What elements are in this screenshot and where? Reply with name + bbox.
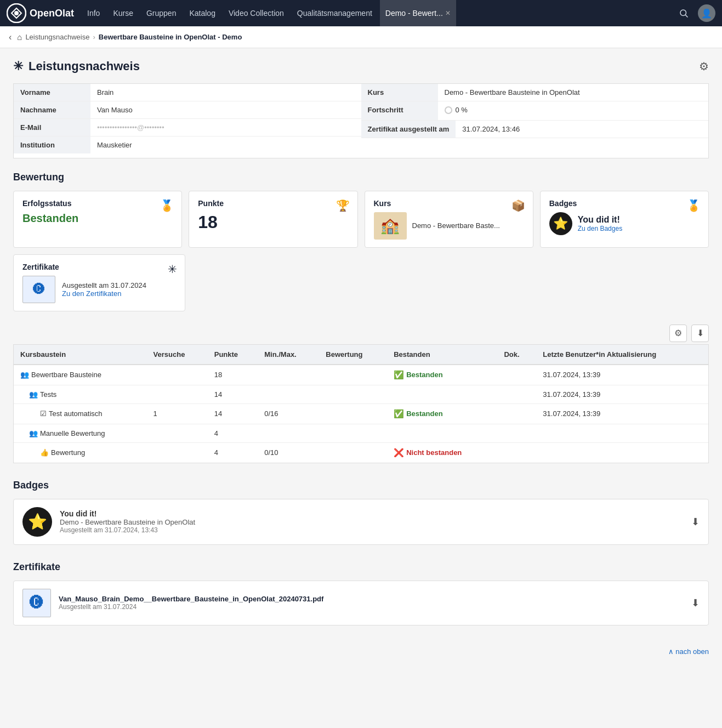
breadcrumb-separator: › [93, 33, 95, 41]
cell-bewertung [319, 424, 387, 442]
cell-dok [497, 424, 536, 442]
breadcrumb-back-button[interactable]: ‹ [9, 32, 12, 42]
badge-sub[interactable]: Zu den Badges [578, 225, 622, 232]
fortschritt-label: Fortschritt [361, 101, 438, 120]
cell-punkte: 14 [208, 385, 258, 403]
avatar[interactable]: 👤 [698, 4, 715, 22]
nav-item-video[interactable]: Video Collection [223, 0, 289, 26]
info-row-institution: Institution Mausketier [14, 136, 361, 153]
badge-item-issued: Ausgestellt am 31.07.2024, 13:43 [60, 526, 684, 534]
home-icon[interactable]: ⌂ [17, 32, 22, 42]
svg-line-3 [685, 15, 687, 17]
zertifikat-label: Zertifikat ausgestellt am [361, 121, 456, 138]
cell-dok [497, 385, 536, 403]
cell-name: 👍Bewertung [14, 442, 147, 463]
badge-download-button[interactable]: ⬇ [691, 516, 700, 528]
cell-min-max: 0/16 [258, 403, 319, 424]
table-settings-button[interactable]: ⚙ [669, 325, 687, 342]
zertifikate-section-title: Zertifikate [13, 561, 709, 573]
back-to-top-button[interactable]: ∧ nach oben [13, 642, 709, 661]
cell-aktualisierung: 31.07.2024, 13:39 [536, 365, 708, 385]
nav-item-info[interactable]: Info [82, 0, 105, 26]
nav-item-kurse[interactable]: Kurse [107, 0, 139, 26]
table-row: 👥Bewertbare Bausteine 18 ✅Bestanden 31.0… [14, 365, 708, 385]
cell-name: 👥Bewertbare Bausteine [14, 365, 147, 385]
breadcrumb: ‹ ⌂ Leistungsnachweise › Bewertbare Baus… [0, 26, 722, 48]
zert-file-item: 🅒 Van_Mauso_Brain_Demo__Bewertbare_Baust… [13, 581, 709, 625]
badge-star: ⭐ [549, 212, 572, 235]
info-row-email: E-Mail ••••••••••••••••@•••••••• [14, 119, 361, 136]
badge-label: You did it! [578, 215, 622, 225]
col-bewertung: Bewertung [319, 345, 387, 365]
cell-dok [497, 365, 536, 385]
punkte-icon: 🏆 [336, 199, 350, 212]
badges-section-title: Badges [13, 480, 709, 491]
col-bestanden: Bestanden [387, 345, 497, 365]
cell-bestanden: ❌Nicht bestanden [387, 442, 497, 463]
page-title: ✳ Leistungsnachweis [13, 59, 140, 73]
cell-aktualisierung: 31.07.2024, 13:39 [536, 385, 708, 403]
nav-item-demo[interactable]: Demo - Bewert... ✕ [380, 0, 456, 26]
cell-bewertung [319, 365, 387, 385]
card-punkte-title: Punkte [198, 199, 348, 208]
cell-aktualisierung [536, 424, 708, 442]
cell-min-max: 0/10 [258, 442, 319, 463]
table-row: 👥Tests 14 31.07.2024, 13:39 [14, 385, 708, 403]
nav-item-katalog[interactable]: Katalog [184, 0, 220, 26]
badges-card-icon: 🏅 [687, 199, 701, 212]
page-settings-icon[interactable]: ⚙ [699, 60, 709, 73]
card-erfolgsstatus: Erfolgsstatus 🏅 Bestanden [13, 191, 182, 248]
cards-row: Erfolgsstatus 🏅 Bestanden Punkte 🏆 18 Ku… [13, 191, 709, 248]
nachname-value: Van Mauso [90, 101, 361, 118]
zert-card-content: 🅒 Ausgestellt am 31.07.2024 Zu den Zerti… [22, 276, 176, 303]
cell-versuche [147, 442, 208, 463]
col-dok: Dok. [497, 345, 536, 365]
breadcrumb-current: Bewertbare Bausteine in OpenOlat - Demo [99, 33, 242, 41]
info-row-vorname: Vorname Brain [14, 84, 361, 101]
table-body: 👥Bewertbare Bausteine 18 ✅Bestanden 31.0… [14, 365, 708, 463]
email-value: ••••••••••••••••@•••••••• [90, 119, 361, 136]
nav-item-gruppen[interactable]: Gruppen [141, 0, 181, 26]
cell-bestanden [387, 385, 497, 403]
failed-icon: ❌ [394, 448, 404, 458]
cell-aktualisierung [536, 442, 708, 463]
info-row-nachname: Nachname Van Mauso [14, 101, 361, 119]
nav-item-qualitat[interactable]: Qualitätsmanagement [292, 0, 378, 26]
kurs-thumbnail: 🏫 [374, 212, 407, 240]
cell-punkte: 4 [208, 442, 258, 463]
cell-versuche [147, 385, 208, 403]
zert-issued: Ausgestellt am 31.07.2024 [62, 281, 146, 289]
logo[interactable]: OpenOlat [7, 3, 74, 23]
info-row-empty [361, 138, 709, 158]
cell-name: 👥Manuelle Bewertung [14, 424, 147, 442]
cell-bestanden: ✅Bestanden [387, 403, 497, 424]
leistungsnachweis-icon: ✳ [13, 59, 23, 73]
cell-min-max [258, 385, 319, 403]
table-row: 👍Bewertung 4 0/10 ❌Nicht bestanden [14, 442, 708, 463]
zert-link[interactable]: Zu den Zertifikaten [62, 289, 146, 298]
table-download-button[interactable]: ⬇ [691, 325, 709, 342]
close-icon[interactable]: ✕ [445, 9, 451, 17]
bewertung-section-title: Bewertung [13, 172, 709, 183]
institution-label: Institution [14, 136, 90, 153]
vorname-label: Vorname [14, 84, 90, 101]
row-icon: 👥 [29, 429, 38, 437]
kurs-value: Demo - Bewertbare Bausteine in OpenOlat [438, 84, 709, 101]
page-title-row: ✳ Leistungsnachweis ⚙ [13, 59, 709, 73]
table-header: Kursbaustein Versuche Punkte Min./Max. B… [14, 345, 708, 365]
badge-item-title: You did it! [60, 509, 684, 518]
svg-point-2 [680, 10, 686, 16]
kurs-card-content: 🏫 Demo - Bewertbare Baste... [374, 212, 524, 240]
logo-text: OpenOlat [30, 8, 74, 19]
card-punkte: Punkte 🏆 18 [189, 191, 357, 248]
badges-section: Badges ⭐ You did it! Demo - Bewertbare B… [13, 480, 709, 545]
zert-download-button[interactable]: ⬇ [691, 597, 700, 609]
row-icon: ☑ [40, 410, 47, 418]
search-icon[interactable] [675, 4, 692, 22]
breadcrumb-link[interactable]: Leistungsnachweise [25, 33, 89, 41]
kurs-card-icon: 📦 [511, 199, 525, 212]
cell-versuche [147, 424, 208, 442]
table-row: 👥Manuelle Bewertung 4 [14, 424, 708, 442]
nachname-label: Nachname [14, 101, 90, 118]
kurs-name: Demo - Bewertbare Baste... [412, 221, 500, 230]
